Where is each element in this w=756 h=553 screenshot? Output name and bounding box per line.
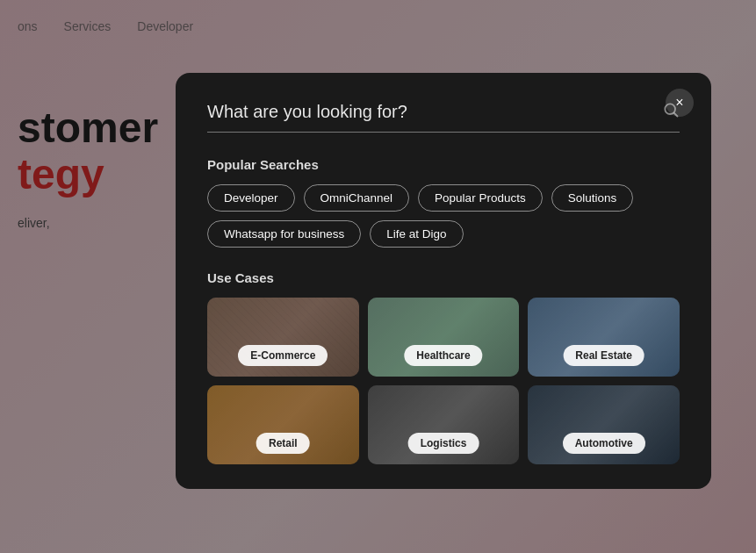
automotive-label: Automotive [563,433,645,454]
healthcare-label: Healthcare [404,345,482,366]
retail-label: Retail [256,433,310,454]
popular-searches-title: Popular Searches [207,157,680,172]
tag-omnichannel[interactable]: OmniChannel [304,184,410,212]
use-cases-title: Use Cases [207,270,680,285]
use-case-logistics[interactable]: Logistics [368,385,520,464]
tag-developer[interactable]: Developer [207,184,295,212]
logistics-label: Logistics [408,433,479,454]
search-modal: × What are you looking for? Popular Sear… [176,73,711,489]
tag-life-at-digo[interactable]: Life at Digo [370,220,463,248]
use-cases-grid: E-Commerce Healthcare Real Estate Retail… [207,298,680,464]
use-case-retail[interactable]: Retail [207,385,359,464]
search-wrapper: What are you looking for? [207,101,680,133]
tag-solutions[interactable]: Solutions [551,184,634,212]
use-case-automotive[interactable]: Automotive [528,385,680,464]
use-case-healthcare[interactable]: Healthcare [368,298,520,377]
tag-popular-products[interactable]: Popular Products [418,184,543,212]
realestate-label: Real Estate [563,345,644,366]
search-icon[interactable] [662,101,680,123]
search-section: What are you looking for? [207,101,680,133]
ecommerce-label: E-Commerce [238,345,328,366]
use-case-realestate[interactable]: Real Estate [528,298,680,377]
tag-whatsapp-business[interactable]: Whatsapp for business [207,220,361,248]
use-case-ecommerce[interactable]: E-Commerce [207,298,359,377]
search-label: What are you looking for? [207,102,653,122]
svg-line-1 [674,113,678,117]
tags-container: Developer OmniChannel Popular Products S… [207,184,680,248]
